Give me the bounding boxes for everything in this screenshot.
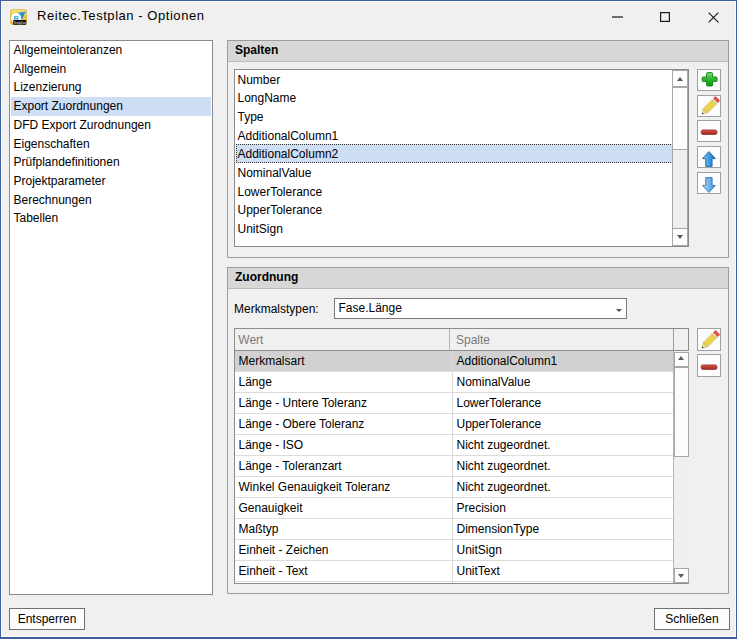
svg-text:Testplan: Testplan: [13, 20, 26, 24]
